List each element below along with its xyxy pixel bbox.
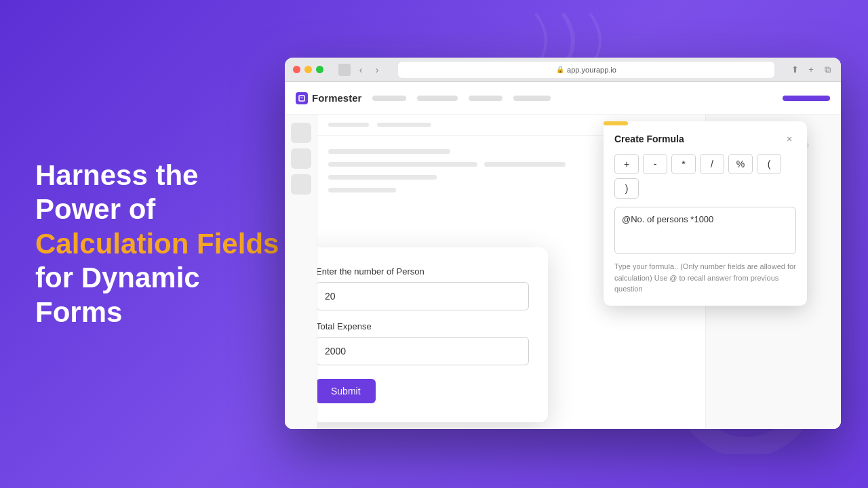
browser-new-tab-icon[interactable]: +	[806, 64, 816, 75]
sidebar-item-3	[291, 174, 311, 195]
lock-icon: 🔒	[556, 66, 564, 73]
browser-chrome: ‹ › 🔒 app.yourapp.io ⬆ + ⧉	[285, 58, 841, 82]
formester-logo: Formester	[296, 92, 361, 104]
formula-input-area[interactable]: @No. of persons *1000	[614, 207, 796, 254]
formula-op-close-paren[interactable]: )	[614, 178, 639, 199]
formula-op-multiply[interactable]: *	[671, 154, 696, 174]
header-nav-skeleton-1	[372, 96, 406, 101]
browser-share-icon[interactable]: ⬆	[789, 64, 800, 75]
formula-accent	[604, 121, 628, 125]
skeleton-line-2	[328, 162, 477, 167]
app-body: Create Formula × + - * / % ( ) @No. of p…	[285, 115, 841, 429]
formula-close-button[interactable]: ×	[783, 132, 796, 146]
skeleton-line-1	[328, 149, 450, 154]
browser-back-icon[interactable]: ‹	[355, 64, 367, 76]
formula-panel-header: Create Formula ×	[614, 132, 796, 146]
browser-tab-icon	[338, 64, 351, 76]
formula-hint: Type your formula.. (Only number fields …	[614, 261, 796, 295]
svg-rect-3	[300, 98, 303, 98]
field2-input[interactable]	[317, 337, 529, 365]
formula-panel-title: Create Formula	[614, 134, 684, 144]
hero-text: Harness the Power of Calculation Fields …	[35, 159, 279, 329]
field1-input[interactable]	[317, 282, 529, 310]
header-nav-skeleton-2	[417, 96, 458, 101]
hero-line3: for Dynamic	[35, 262, 200, 293]
browser-split-icon[interactable]: ⧉	[822, 64, 833, 75]
field1-label: Enter the number of Person	[317, 266, 529, 277]
sidebar-item-1	[291, 123, 311, 143]
header-nav-skeleton-4	[513, 96, 551, 101]
hero-line1: Harness the	[35, 159, 198, 191]
sub-header-skeleton-2	[377, 123, 431, 127]
hero-heading: Harness the Power of Calculation Fields …	[35, 159, 279, 329]
logo-svg	[298, 95, 305, 102]
skeleton-line-5	[328, 188, 396, 192]
formula-operators: + - * / % ( )	[614, 154, 796, 199]
formula-op-minus[interactable]: -	[643, 154, 667, 174]
browser-content: Formester	[285, 82, 841, 429]
browser-actions: ⬆ + ⧉	[789, 64, 833, 75]
browser-forward-icon[interactable]: ›	[371, 64, 383, 76]
skeleton-line-3	[484, 162, 566, 167]
formula-panel: Create Formula × + - * / % ( ) @No. of p…	[604, 121, 807, 306]
browser-dot-yellow[interactable]	[304, 66, 312, 73]
formester-logo-icon	[296, 92, 308, 104]
formula-op-divide[interactable]: /	[700, 154, 724, 174]
hero-line4: Forms	[35, 296, 122, 328]
header-nav-skeleton-3	[469, 96, 502, 101]
browser-dot-green[interactable]	[316, 66, 323, 73]
app-sidebar	[285, 115, 317, 429]
logo-text: Formester	[312, 92, 361, 104]
field2-label: Total Expense	[317, 321, 529, 331]
formula-op-open-paren[interactable]: (	[757, 154, 781, 174]
skeleton-line-4	[328, 175, 437, 180]
hero-line2: Power of	[35, 193, 155, 225]
app-header: Formester	[285, 82, 841, 115]
formula-text: @No. of persons *1000	[622, 214, 789, 224]
browser-address-bar[interactable]: 🔒 app.yourapp.io	[398, 62, 774, 78]
formula-op-plus[interactable]: +	[614, 154, 639, 174]
sidebar-item-2	[291, 148, 311, 169]
browser-window: ‹ › 🔒 app.yourapp.io ⬆ + ⧉ Formeste	[285, 58, 841, 429]
formula-op-percent[interactable]: %	[728, 154, 753, 174]
browser-nav: ‹ ›	[334, 64, 383, 76]
submit-button[interactable]: Submit	[317, 379, 376, 403]
form-field-1: Enter the number of Person	[317, 266, 529, 321]
hero-highlight: Calculation Fields	[35, 228, 279, 260]
app-main: Create Formula × + - * / % ( ) @No. of p…	[317, 115, 841, 429]
browser-dot-red[interactable]	[293, 66, 300, 73]
browser-address-text: app.yourapp.io	[567, 66, 616, 74]
form-preview-card: Enter the number of Person Total Expense…	[317, 247, 548, 422]
form-field-2: Total Expense	[317, 321, 529, 376]
header-cta-skeleton	[783, 96, 830, 101]
sub-header-skeleton-1	[328, 123, 369, 127]
